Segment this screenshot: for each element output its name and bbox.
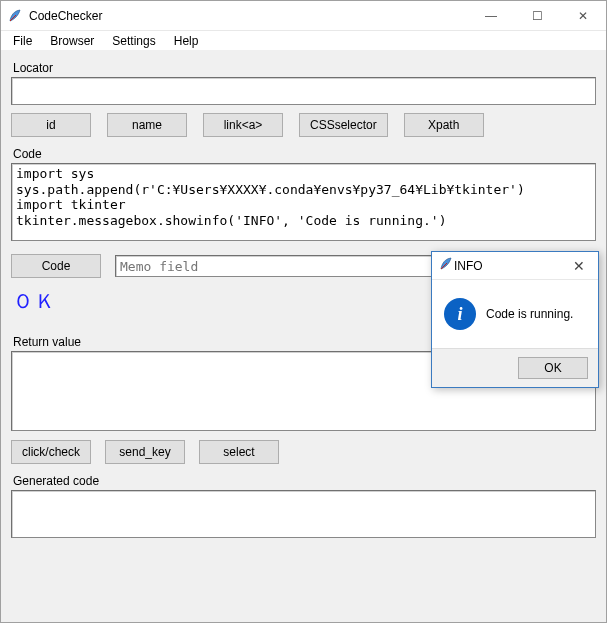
dialog-footer: OK bbox=[432, 348, 598, 387]
window-controls: — ☐ ✕ bbox=[468, 1, 606, 30]
menu-file[interactable]: File bbox=[5, 33, 40, 49]
titlebar[interactable]: CodeChecker — ☐ ✕ bbox=[1, 1, 606, 31]
locator-label: Locator bbox=[13, 61, 596, 75]
select-button[interactable]: select bbox=[199, 440, 279, 464]
menu-settings[interactable]: Settings bbox=[104, 33, 163, 49]
app-title: CodeChecker bbox=[29, 9, 102, 23]
dialog-title: INFO bbox=[454, 259, 560, 273]
maximize-button[interactable]: ☐ bbox=[514, 1, 560, 30]
info-icon: i bbox=[444, 298, 476, 330]
minimize-button[interactable]: — bbox=[468, 1, 514, 30]
locator-name-button[interactable]: name bbox=[107, 113, 187, 137]
locator-css-button[interactable]: CSSselector bbox=[299, 113, 388, 137]
locator-xpath-button[interactable]: Xpath bbox=[404, 113, 484, 137]
menu-help[interactable]: Help bbox=[166, 33, 207, 49]
menubar: File Browser Settings Help bbox=[1, 31, 606, 51]
dialog-body: i Code is running. bbox=[432, 280, 598, 348]
dialog-app-icon bbox=[438, 256, 454, 275]
locator-id-button[interactable]: id bbox=[11, 113, 91, 137]
click-check-button[interactable]: click/check bbox=[11, 440, 91, 464]
code-label: Code bbox=[13, 147, 596, 161]
action-buttons: click/check send_key select bbox=[11, 440, 596, 464]
send-key-button[interactable]: send_key bbox=[105, 440, 185, 464]
dialog-ok-button[interactable]: OK bbox=[518, 357, 588, 379]
close-button[interactable]: ✕ bbox=[560, 1, 606, 30]
generated-label: Generated code bbox=[13, 474, 596, 488]
locator-input[interactable] bbox=[11, 77, 596, 105]
dialog-close-button[interactable]: ✕ bbox=[560, 258, 598, 274]
menu-browser[interactable]: Browser bbox=[42, 33, 102, 49]
generated-textarea[interactable] bbox=[11, 490, 596, 538]
locator-buttons: id name link<a> CSSselector Xpath bbox=[11, 113, 596, 137]
code-textarea[interactable] bbox=[11, 163, 596, 241]
dialog-message: Code is running. bbox=[486, 307, 573, 321]
dialog-titlebar[interactable]: INFO ✕ bbox=[432, 252, 598, 280]
locator-link-button[interactable]: link<a> bbox=[203, 113, 283, 137]
app-icon bbox=[7, 8, 23, 24]
run-code-button[interactable]: Code bbox=[11, 254, 101, 278]
info-dialog: INFO ✕ i Code is running. OK bbox=[431, 251, 599, 388]
